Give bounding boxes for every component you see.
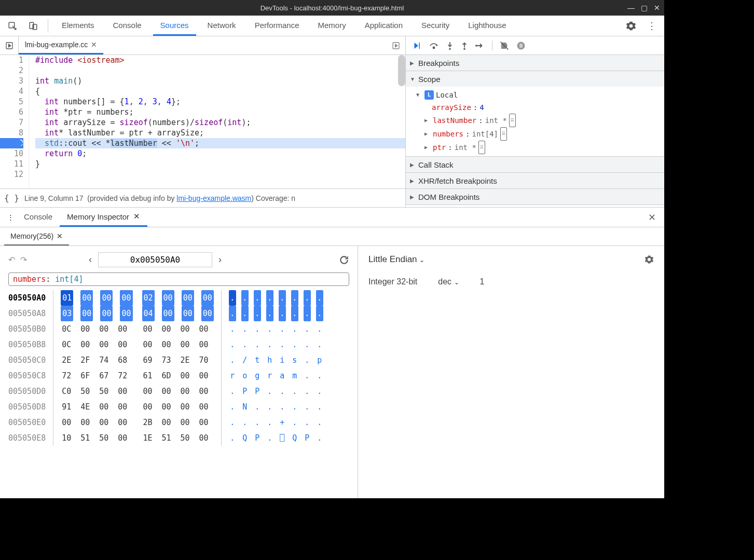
close-icon[interactable]: ✕ xyxy=(133,212,140,221)
scope-var-ptr[interactable]: ▶ ptr: int * ⠿ xyxy=(416,141,664,154)
chevron-right-icon: ▶ xyxy=(410,60,416,66)
wasm-link[interactable]: lmi-bug-example.wasm xyxy=(176,194,251,202)
window-title: DevTools - localhost:4000/lmi-bug-exampl… xyxy=(261,4,404,12)
deactivate-breakpoints-icon[interactable] xyxy=(500,41,509,50)
svg-point-10 xyxy=(517,42,525,49)
step-icon[interactable] xyxy=(475,42,485,49)
svg-rect-11 xyxy=(520,44,521,48)
svg-point-7 xyxy=(449,48,451,50)
callstack-section[interactable]: ▶ Call Stack xyxy=(406,157,664,172)
chevron-down-icon: ⌄ xyxy=(419,256,424,264)
step-out-icon[interactable] xyxy=(461,41,468,50)
step-into-icon[interactable] xyxy=(446,41,454,50)
tab-memory[interactable]: Memory xyxy=(311,16,353,36)
value-type: Integer 32-bit xyxy=(368,277,417,286)
tab-lighthouse[interactable]: Lighthouse xyxy=(461,16,513,36)
next-page-icon[interactable]: › xyxy=(218,254,222,265)
window-titlebar: DevTools - localhost:4000/lmi-bug-exampl… xyxy=(0,0,664,16)
minimize-icon[interactable]: — xyxy=(627,4,635,12)
pause-exceptions-icon[interactable] xyxy=(516,41,526,50)
tab-console[interactable]: Console xyxy=(106,16,149,36)
tab-network[interactable]: Network xyxy=(200,16,243,36)
prev-page-icon[interactable]: ‹ xyxy=(89,254,92,265)
chevron-right-icon: ▶ xyxy=(424,114,431,127)
toggle-navigator-icon[interactable] xyxy=(387,36,405,54)
xhr-breakpoints-section[interactable]: ▶ XHR/fetch Breakpoints xyxy=(406,173,664,188)
breakpoints-section[interactable]: ▶ Breakpoints xyxy=(406,55,664,71)
chevron-right-icon: ▶ xyxy=(410,162,416,168)
svg-rect-5 xyxy=(419,43,420,49)
chevron-right-icon: ▶ xyxy=(424,128,431,140)
scrollbar[interactable] xyxy=(398,55,405,86)
chevron-down-icon: ▼ xyxy=(410,76,416,82)
scope-var-numbers[interactable]: ▶ numbers: int[4] ⠿ xyxy=(416,127,664,141)
memory-icon[interactable]: ⠿ xyxy=(500,127,507,141)
file-tab-bar: lmi-bug-example.cc ✕ xyxy=(0,36,405,55)
svg-point-8 xyxy=(463,48,465,50)
maximize-icon[interactable]: ▢ xyxy=(641,4,648,12)
cursor-position: Line 9, Column 17 xyxy=(24,194,84,202)
kebab-menu-icon[interactable]: ⋮ xyxy=(643,16,660,36)
tab-sources[interactable]: Sources xyxy=(153,16,196,36)
tab-elements[interactable]: Elements xyxy=(54,16,102,36)
decoded-value: 1 xyxy=(480,277,485,286)
inspect-icon[interactable] xyxy=(4,16,21,36)
undo-icon[interactable]: ↶ xyxy=(8,255,15,265)
drawer-tab-bar: ⋮ Console Memory Inspector ✕ ✕ xyxy=(0,208,664,227)
memory-object-badge[interactable]: numbers: int[4] xyxy=(8,272,349,286)
scope-section[interactable]: ▼ Scope xyxy=(406,71,664,87)
address-input[interactable] xyxy=(98,252,212,267)
kebab-menu-icon[interactable]: ⋮ xyxy=(4,208,17,227)
close-window-icon[interactable]: ✕ xyxy=(654,4,660,12)
main-tab-bar: ElementsConsoleSourcesNetworkPerformance… xyxy=(0,16,664,36)
svg-point-6 xyxy=(433,47,434,48)
memory-sub-tabs: Memory(256) ✕ xyxy=(0,227,664,246)
endian-select[interactable]: Little Endian ⌄ xyxy=(368,254,424,265)
local-badge-icon: L xyxy=(424,90,434,100)
tab-application[interactable]: Application xyxy=(358,16,410,36)
scope-local[interactable]: ▼ L Local xyxy=(416,89,664,101)
memory-tab[interactable]: Memory(256) ✕ xyxy=(4,227,69,245)
chevron-down-icon: ⌄ xyxy=(454,279,459,286)
chevron-right-icon: ▶ xyxy=(410,194,416,200)
value-format-select[interactable]: dec ⌄ xyxy=(438,277,459,286)
chevron-right-icon: ▶ xyxy=(410,178,416,184)
gear-icon[interactable] xyxy=(623,16,639,36)
memory-icon[interactable]: ⠿ xyxy=(509,114,516,127)
code-editor[interactable]: 123456789101112 #include <iostream> int … xyxy=(0,55,405,188)
redo-icon[interactable]: ↷ xyxy=(20,255,27,265)
close-drawer-icon[interactable]: ✕ xyxy=(643,208,660,227)
tab-security[interactable]: Security xyxy=(414,16,457,36)
run-snippet-icon[interactable] xyxy=(0,36,19,54)
debugger-pane: ▶ Breakpoints ▼ Scope ▼ L Local arraySi xyxy=(406,36,664,207)
tab-memory-inspector[interactable]: Memory Inspector ✕ xyxy=(60,208,147,227)
scope-var-lastnumber[interactable]: ▶ lastNumber: int * ⠿ xyxy=(416,114,664,127)
close-icon[interactable]: ✕ xyxy=(57,232,63,240)
step-over-icon[interactable] xyxy=(429,42,439,50)
resume-icon[interactable] xyxy=(412,41,421,50)
gear-icon[interactable] xyxy=(645,255,654,264)
debug-toolbar xyxy=(406,36,664,55)
memory-icon[interactable]: ⠿ xyxy=(478,141,485,154)
refresh-icon[interactable] xyxy=(339,255,349,265)
svg-rect-12 xyxy=(522,44,523,48)
chevron-down-icon: ▼ xyxy=(416,89,422,101)
chevron-right-icon: ▶ xyxy=(424,141,431,154)
code-status-bar: { } Line 9, Column 17 (provided via debu… xyxy=(0,188,405,207)
svg-point-9 xyxy=(475,45,477,47)
file-tab[interactable]: lmi-bug-example.cc ✕ xyxy=(19,36,103,54)
dom-breakpoints-section[interactable]: ▶ DOM Breakpoints xyxy=(406,189,664,204)
close-icon[interactable]: ✕ xyxy=(91,40,97,49)
tab-console[interactable]: Console xyxy=(17,208,60,227)
file-tab-name: lmi-bug-example.cc xyxy=(25,40,88,49)
scope-var-arraysize[interactable]: arraySize: 4 xyxy=(416,101,664,114)
tab-performance[interactable]: Performance xyxy=(248,16,307,36)
pretty-print-icon[interactable]: { } xyxy=(4,193,19,203)
device-icon[interactable] xyxy=(25,16,42,36)
